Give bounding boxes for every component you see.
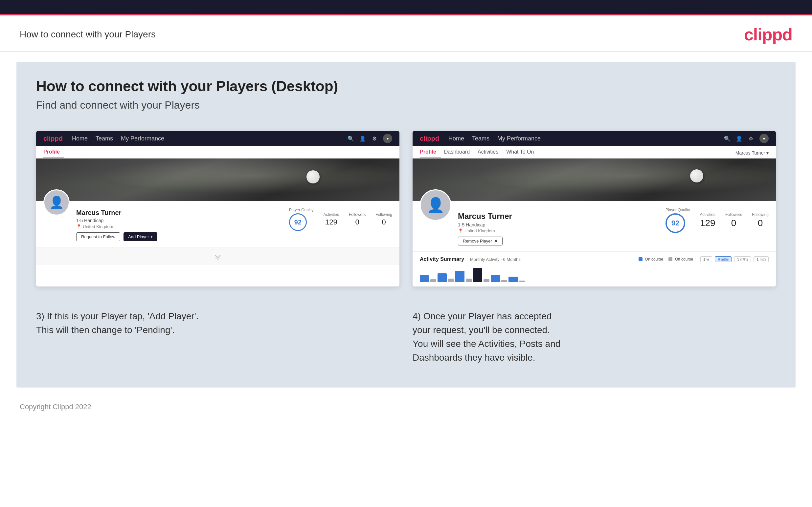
left-tabbar: Profile bbox=[36, 146, 399, 159]
chart-bar-3 bbox=[438, 273, 447, 282]
desc-left-line2: This will then change to 'Pending'. bbox=[36, 325, 175, 335]
main-title: How to connect with your Players (Deskto… bbox=[36, 78, 776, 95]
right-tabbar: Profile Dashboard Activities What To On … bbox=[413, 146, 776, 159]
top-bar bbox=[0, 0, 812, 14]
right-stats-row: Player Quality 92 Activities 129 Followe… bbox=[665, 206, 769, 233]
off-course-legend-dot bbox=[668, 257, 672, 261]
right-profile-location: 📍 United Kingdom bbox=[458, 228, 659, 233]
chart-bar-5 bbox=[455, 271, 464, 282]
header-title: How to connect with your Players bbox=[20, 29, 156, 40]
add-player-button[interactable]: Add Player + bbox=[123, 232, 157, 241]
remove-player-label: Remove Player bbox=[463, 238, 492, 243]
right-golf-ball bbox=[690, 169, 703, 182]
left-stat-quality: Player Quality 92 bbox=[289, 208, 314, 231]
left-avatar[interactable]: ● bbox=[383, 134, 392, 143]
right-nav-home[interactable]: Home bbox=[448, 135, 464, 142]
filter-1yr-button[interactable]: 1 yr bbox=[700, 256, 712, 262]
filter-3mths-button[interactable]: 3 mths bbox=[734, 256, 751, 262]
right-nav-performance[interactable]: My Performance bbox=[497, 135, 541, 142]
left-profile-handicap: 1-5 Handicap bbox=[76, 218, 283, 223]
right-quality-label: Player Quality bbox=[665, 208, 690, 212]
right-search-icon[interactable]: 🔍 bbox=[724, 135, 730, 142]
left-activities-value: 129 bbox=[323, 218, 339, 226]
right-user-icon[interactable]: 👤 bbox=[736, 135, 742, 142]
footer: Copyright Clippd 2022 bbox=[0, 397, 812, 416]
right-profile-buttons: Remove Player ✕ bbox=[458, 237, 659, 245]
right-profile-handicap: 1-5 Handicap bbox=[458, 222, 659, 227]
right-activities-value: 129 bbox=[700, 218, 715, 228]
descriptions-row: 3) If this is your Player tap, 'Add Play… bbox=[36, 306, 776, 368]
left-stat-followers: Followers 0 bbox=[349, 212, 366, 226]
desc-right-line3: You will see the Activities, Posts and bbox=[413, 339, 560, 349]
right-followers-value: 0 bbox=[725, 218, 742, 228]
right-following-value: 0 bbox=[752, 218, 769, 228]
add-player-label: Add Player bbox=[128, 234, 149, 239]
left-nav-home[interactable]: Home bbox=[72, 135, 88, 142]
chart-bar-7 bbox=[473, 268, 482, 282]
on-course-legend-dot bbox=[639, 257, 643, 261]
left-profile-info: 👤 Marcus Turner 1-5 Handicap 📍 United Ki… bbox=[36, 201, 399, 247]
plus-icon: + bbox=[150, 234, 153, 239]
right-tab-activities[interactable]: Activities bbox=[477, 146, 503, 158]
clippd-logo: clippd bbox=[744, 24, 792, 44]
main-subtitle: Find and connect with your Players bbox=[36, 99, 776, 111]
activity-subtitle: Monthly Activity · 6 Months bbox=[470, 257, 521, 262]
left-tab-profile[interactable]: Profile bbox=[43, 146, 64, 158]
left-scroll-hint bbox=[36, 247, 399, 265]
chart-bar-1 bbox=[420, 275, 429, 282]
on-course-legend-label: On course bbox=[645, 257, 663, 262]
left-quality-circle: 92 bbox=[289, 213, 307, 231]
right-profile-info: 👤 Marcus Turner 1-5 Handicap 📍 United Ki… bbox=[413, 201, 776, 251]
activity-title-group: Activity Summary Monthly Activity · 6 Mo… bbox=[420, 256, 521, 262]
left-following-value: 0 bbox=[375, 218, 392, 226]
right-tab-dashboard[interactable]: Dashboard bbox=[444, 146, 474, 158]
left-stats-row: Player Quality 92 Activities 129 Followe… bbox=[289, 206, 392, 231]
left-profile-banner bbox=[36, 159, 399, 201]
right-avatar[interactable]: ● bbox=[759, 134, 769, 143]
right-tab-profile[interactable]: Profile bbox=[420, 146, 441, 158]
left-nav-teams[interactable]: Teams bbox=[96, 135, 113, 142]
left-settings-icon[interactable]: ⚙ bbox=[371, 135, 378, 142]
copyright-text: Copyright Clippd 2022 bbox=[20, 403, 91, 411]
filter-6mths-button[interactable]: 6 mths bbox=[715, 256, 731, 262]
right-golf-bg bbox=[413, 159, 776, 201]
left-nav-performance[interactable]: My Performance bbox=[121, 135, 164, 142]
right-settings-icon[interactable]: ⚙ bbox=[748, 135, 754, 142]
right-stat-followers: Followers 0 bbox=[725, 212, 742, 228]
desc-right-line2: your request, you'll be connected. bbox=[413, 325, 550, 335]
activity-filters: On course Off course 1 yr 6 mths 3 mths … bbox=[639, 256, 769, 262]
chart-bar-8 bbox=[484, 279, 490, 282]
screenshot-right: clippd Home Teams My Performance 🔍 👤 ⚙ ●… bbox=[413, 131, 776, 286]
right-tab-username[interactable]: Marcus Turner ▾ bbox=[735, 150, 769, 158]
left-stat-activities: Activities 129 bbox=[323, 212, 339, 226]
left-profile-buttons: Request to Follow Add Player + bbox=[76, 232, 283, 241]
right-stat-activities: Activities 129 bbox=[700, 212, 715, 228]
desc-left-text: 3) If this is your Player tap, 'Add Play… bbox=[36, 309, 399, 337]
left-profile-avatar: 👤 bbox=[43, 189, 70, 216]
left-activities-label: Activities bbox=[323, 212, 339, 217]
filter-1mth-button[interactable]: 1 mth bbox=[754, 256, 769, 262]
left-followers-value: 0 bbox=[349, 218, 366, 226]
left-user-icon[interactable]: 👤 bbox=[359, 135, 366, 142]
right-navbar: clippd Home Teams My Performance 🔍 👤 ⚙ ● bbox=[413, 131, 776, 146]
request-follow-button[interactable]: Request to Follow bbox=[76, 232, 120, 241]
header: How to connect with your Players clippd bbox=[0, 15, 812, 52]
chart-bar-12 bbox=[519, 281, 525, 282]
desc-left-panel: 3) If this is your Player tap, 'Add Play… bbox=[36, 306, 399, 368]
off-course-legend-label: Off course bbox=[675, 257, 693, 262]
left-avatar-icon: 👤 bbox=[49, 195, 64, 209]
right-location-pin-icon: 📍 bbox=[458, 228, 463, 233]
right-activities-label: Activities bbox=[700, 212, 715, 217]
desc-right-panel: 4) Once your Player has accepted your re… bbox=[413, 306, 776, 368]
remove-player-button[interactable]: Remove Player ✕ bbox=[458, 237, 503, 245]
right-nav-icons: 🔍 👤 ⚙ ● bbox=[724, 134, 769, 143]
activity-header: Activity Summary Monthly Activity · 6 Mo… bbox=[420, 256, 769, 262]
right-nav-teams[interactable]: Teams bbox=[472, 135, 490, 142]
left-followers-label: Followers bbox=[349, 212, 366, 217]
activity-chart bbox=[420, 266, 769, 282]
right-tab-what-to-on[interactable]: What To On bbox=[506, 146, 539, 158]
left-search-icon[interactable]: 🔍 bbox=[348, 135, 354, 142]
activity-summary: Activity Summary Monthly Activity · 6 Mo… bbox=[413, 251, 776, 286]
right-following-label: Following bbox=[752, 212, 769, 217]
desc-right-line4: Dashboards they have visible. bbox=[413, 352, 536, 362]
